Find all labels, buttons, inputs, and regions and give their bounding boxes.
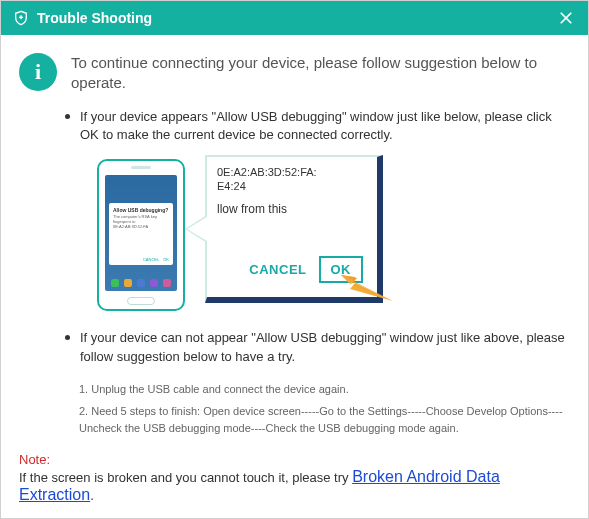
dock-app-icon [137, 279, 145, 287]
svg-marker-6 [350, 283, 393, 301]
dock-app-icon [111, 279, 119, 287]
fingerprint-line2: E4:24 [217, 179, 367, 193]
phone-home-button-icon [127, 297, 155, 305]
bullet2-text: If your device can not appear "Allow USB… [80, 329, 570, 367]
header-text: To continue connecting your device, plea… [71, 53, 570, 94]
titlebar: Trouble Shooting [1, 1, 588, 35]
note-text-before: If the screen is broken and you cannot t… [19, 470, 352, 485]
content-area: i To continue connecting your device, pl… [1, 35, 588, 518]
phone-dialog-body: The computer's RSA key fingerprint is: 0… [113, 215, 169, 229]
callout-pointer-inner-icon [187, 217, 207, 241]
title-text: Trouble Shooting [37, 10, 556, 26]
phone-screen: Allow USB debugging? The computer's RSA … [105, 175, 177, 291]
step-2: 2. Need 5 steps to finish: Open device s… [79, 403, 570, 436]
shield-icon [13, 10, 29, 26]
info-icon: i [19, 53, 57, 91]
dock-app-icon [150, 279, 158, 287]
illustration: Allow USB debugging? The computer's RSA … [97, 155, 387, 315]
phone-mockup: Allow USB debugging? The computer's RSA … [97, 159, 185, 311]
note-block: Note: If the screen is broken and you ca… [19, 450, 570, 504]
note-text-after: . [90, 488, 94, 503]
steps-block: 1. Unplug the USB cable and connect the … [79, 381, 570, 443]
allow-text: llow from this [217, 202, 367, 216]
bullet-dot-icon [65, 114, 70, 119]
bullet1-text: If your device appears "Allow USB debugg… [80, 108, 570, 146]
phone-cancel: CANCEL [143, 257, 159, 262]
phone-dialog: Allow USB debugging? The computer's RSA … [109, 203, 173, 265]
bullet-item-1: If your device appears "Allow USB debugg… [65, 108, 570, 146]
note-label: Note: [19, 452, 50, 467]
phone-dialog-actions: CANCEL OK [143, 257, 169, 262]
close-icon[interactable] [556, 8, 576, 28]
dock-app-icon [163, 279, 171, 287]
phone-dialog-title: Allow USB debugging? [113, 207, 169, 213]
fingerprint-line1: 0E:A2:AB:3D:52:FA: [217, 165, 367, 179]
pointer-arrow-icon [341, 275, 393, 301]
header-row: i To continue connecting your device, pl… [19, 53, 570, 94]
bullet-item-2: If your device can not appear "Allow USB… [65, 329, 570, 367]
phone-ok: OK [163, 257, 169, 262]
phone-speaker-icon [131, 166, 151, 169]
step-1: 1. Unplug the USB cable and connect the … [79, 381, 570, 398]
troubleshoot-window: Trouble Shooting i To continue connectin… [0, 0, 589, 519]
phone-dock [109, 277, 173, 289]
bullet-dot-icon [65, 335, 70, 340]
dock-app-icon [124, 279, 132, 287]
cancel-button[interactable]: CANCEL [249, 262, 306, 277]
